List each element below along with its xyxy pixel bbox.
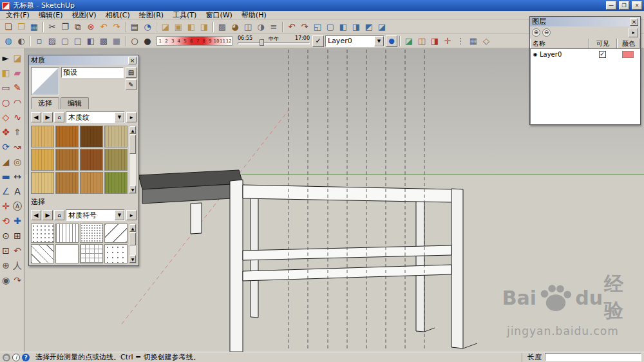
maximize-button[interactable]: ❐	[619, 1, 629, 10]
section-cut-icon[interactable]: ◨	[428, 35, 441, 47]
materials-tab[interactable]: 选择	[31, 97, 59, 109]
line-tool[interactable]: ✎	[12, 80, 23, 95]
axes-toggle-icon[interactable]: ✛	[441, 35, 454, 47]
home-icon[interactable]: ⌂	[54, 112, 64, 122]
minimize-button[interactable]: —	[606, 1, 616, 10]
material-name-input[interactable]	[61, 67, 124, 78]
follow-me-tool[interactable]: ↝	[12, 139, 23, 154]
cut-icon[interactable]: ✂	[46, 21, 59, 33]
sample-paint-icon[interactable]: ✎	[126, 79, 137, 90]
wood-swatch-3[interactable]	[80, 126, 103, 148]
wood-swatch-10[interactable]	[55, 172, 79, 194]
layer-row[interactable]: ◉ Layer0 ✓	[531, 49, 639, 59]
entity-info-icon[interactable]: ▩	[216, 21, 229, 33]
fog-toggle-icon[interactable]: ●	[141, 35, 154, 47]
components-browser-icon[interactable]: ◫	[242, 21, 254, 33]
pattern-speckle[interactable]	[104, 244, 128, 263]
wood-swatch-11[interactable]	[80, 172, 103, 194]
xray-icon[interactable]: ▫	[33, 35, 46, 47]
scroll-down-icon[interactable]: ▼	[129, 186, 136, 193]
section-display-icon[interactable]: ◫	[415, 35, 428, 47]
collection-dropdown-2[interactable]: 材质符号 ▼	[66, 209, 125, 221]
scrollbar-thumb[interactable]	[129, 233, 136, 245]
shaded-textures-icon[interactable]: ▩	[97, 35, 110, 47]
front-view-icon[interactable]: ◧	[337, 21, 350, 33]
collection-dropdown-1[interactable]: 木质纹 ▼	[66, 111, 125, 123]
offset-tool[interactable]: ◎	[12, 154, 23, 169]
pattern-vlines[interactable]	[55, 224, 79, 243]
print-icon[interactable]: ▤	[128, 21, 141, 33]
menu-item[interactable]: 文件(F)	[1, 11, 34, 20]
rear-right-leg[interactable]	[416, 194, 424, 332]
material-preview-thumbnail[interactable]	[31, 67, 59, 95]
pattern-diagonal-steep[interactable]	[31, 244, 54, 263]
undo-icon[interactable]: ↶	[97, 21, 110, 33]
layer-color-swatch[interactable]	[622, 51, 634, 58]
look-around-tool[interactable]: ◉	[0, 272, 12, 287]
forward-arrow-icon[interactable]: ▶	[43, 112, 53, 122]
edit-component-icon[interactable]: ◧	[185, 21, 198, 33]
shadow-date-slider[interactable]: 123456789101112	[156, 36, 232, 46]
materials-browser-icon[interactable]: ◕	[229, 21, 242, 33]
swatch-scrollbar[interactable]: ▲ ▼	[129, 224, 137, 263]
next-view-tool[interactable]: ↷	[12, 272, 23, 287]
close-icon[interactable]: ×	[128, 57, 137, 64]
wood-swatch-6[interactable]	[55, 149, 79, 171]
layer-color-button[interactable]: ●	[386, 35, 397, 47]
circle-tool[interactable]: ○	[0, 95, 12, 110]
wood-swatch-5[interactable]	[31, 149, 54, 171]
orbit-tool[interactable]: ⟲	[0, 213, 12, 228]
pattern-diagonal[interactable]	[104, 224, 128, 243]
right-view-icon[interactable]: ◨	[350, 21, 363, 33]
make-component-tool[interactable]: ◪	[12, 50, 23, 65]
display-secondary-pane-button[interactable]: ▤	[126, 67, 137, 78]
forward-arrow-icon[interactable]: ▶	[43, 210, 53, 220]
tape-measure-tool[interactable]: ▬	[0, 169, 12, 184]
layers-panel-titlebar[interactable]: 图层 ×	[530, 17, 640, 26]
guides-toggle-icon[interactable]: ⋮	[454, 35, 467, 47]
materials-panel-titlebar[interactable]: 材质 ×	[29, 55, 138, 65]
current-layer-radio[interactable]: ◉	[531, 52, 540, 57]
credits-icon[interactable]: i	[12, 354, 20, 361]
shadow-time-slider[interactable]: 06:55 中午 17:00	[238, 35, 310, 46]
chevron-down-icon[interactable]: ▼	[115, 210, 124, 220]
copy-icon[interactable]: ❐	[59, 21, 71, 33]
details-arrow-icon[interactable]: ▸	[126, 112, 137, 122]
menu-item[interactable]: 工具(T)	[168, 11, 201, 20]
arc-tool[interactable]: ◠	[12, 95, 23, 110]
scroll-up-icon[interactable]: ▲	[129, 126, 136, 134]
menu-item[interactable]: 窗口(W)	[201, 11, 236, 20]
wood-swatch-4[interactable]	[104, 126, 128, 148]
home-icon[interactable]: ⌂	[54, 210, 64, 220]
model-info-icon[interactable]: ◔	[141, 21, 154, 33]
display-mode-icon[interactable]: ◍	[2, 35, 15, 47]
section-plane-icon[interactable]: ◪	[402, 35, 415, 47]
close-button[interactable]: ×	[632, 1, 642, 10]
wood-swatch-8[interactable]	[104, 149, 128, 171]
left-view-icon[interactable]: ◪	[375, 21, 388, 33]
redo-icon[interactable]: ↷	[110, 21, 123, 33]
layers-menu-arrow-icon[interactable]: ▸	[629, 28, 638, 37]
top-view-icon[interactable]: ▢	[324, 21, 337, 33]
back-arrow-icon[interactable]: ◀	[31, 210, 41, 220]
column-header-name[interactable]: 名称	[530, 39, 589, 48]
scrollbar-thumb[interactable]	[129, 135, 136, 154]
back-edges-icon[interactable]: ▨	[46, 35, 59, 47]
back-arrow-icon[interactable]: ◀	[31, 112, 41, 122]
layer-check-button[interactable]: ✓	[312, 35, 324, 47]
rotate-tool[interactable]: ⟳	[0, 139, 12, 154]
styles-browser-icon[interactable]: ◑	[254, 21, 267, 33]
unit-settings-icon[interactable]: ◇	[480, 35, 493, 47]
details-arrow-icon[interactable]: ▸	[126, 210, 137, 220]
camera-next-icon[interactable]: ↷	[298, 21, 311, 33]
remove-layer-button[interactable]: ⊖	[542, 28, 551, 37]
hidden-line-icon[interactable]: □	[71, 35, 84, 47]
paste-icon[interactable]: ⧉	[71, 21, 84, 33]
time-slider-groove[interactable]	[238, 43, 310, 44]
menu-item[interactable]: 帮助(H)	[237, 11, 271, 20]
scroll-down-icon[interactable]: ▼	[129, 255, 136, 263]
menu-item[interactable]: 绘图(R)	[135, 11, 168, 20]
chevron-down-icon[interactable]: ▼	[374, 36, 384, 46]
pattern-fine-dots[interactable]	[80, 224, 103, 243]
monochrome-icon[interactable]: ■	[110, 35, 123, 47]
